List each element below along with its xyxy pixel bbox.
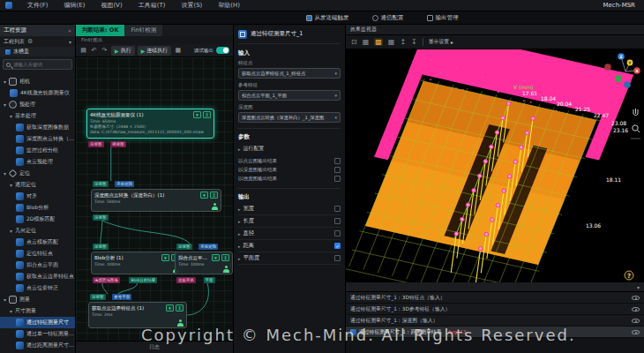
checkbox[interactable]	[334, 206, 341, 212]
output-row-0[interactable]: ▸宽度	[238, 203, 341, 215]
tree-item-22[interactable]: 通过单一特征测量…	[0, 328, 75, 340]
tree-item-14[interactable]: 点云模板匹配	[0, 237, 75, 248]
arrow-up-icon[interactable]: ↥	[400, 38, 406, 46]
zoom-icon[interactable]	[633, 125, 640, 132]
eye-icon[interactable]	[632, 296, 640, 300]
gear-icon[interactable]: ⚙	[27, 38, 33, 45]
collapse-panel-icon[interactable]: «	[68, 27, 71, 34]
graph-node-2[interactable]: Blob分析 (1)▾↥Time: 100ms	[91, 252, 183, 274]
node-3-output-port-1[interactable]: 平面	[204, 277, 215, 283]
search-input[interactable]: 请输入关键词	[3, 59, 72, 70]
eye-icon[interactable]	[632, 307, 640, 312]
node-collapse-button[interactable]: ▾	[212, 254, 220, 261]
project-list-row[interactable]: 工程列表 ⚙ ▾	[0, 36, 75, 47]
node-4-input-port-1[interactable]: 参考平面	[112, 294, 131, 300]
graph-node-3[interactable]: 拟合点云平面 (1)▾↥Time: 100ms	[175, 252, 233, 274]
chevron-down-icon[interactable]: ▾	[69, 39, 71, 45]
axis-ball-dark-red[interactable]	[604, 64, 611, 71]
output-row-3[interactable]: ▸距离✓	[238, 240, 341, 252]
pan-hand-icon[interactable]	[633, 109, 638, 116]
run-continuous-button[interactable]: ▶连续执行	[138, 46, 172, 56]
tree-group-13[interactable]: ▾几何定位	[0, 225, 75, 237]
node-2-output-port-0[interactable]: 掩膜区域图像	[93, 277, 120, 283]
param-select-2[interactable]: 深度图点云转换（深度补白）_1_深度图▾	[238, 112, 341, 123]
checkbox[interactable]	[334, 158, 341, 164]
checkbox[interactable]	[334, 255, 341, 261]
eye-icon[interactable]	[632, 319, 640, 323]
tree-item-23[interactable]: 通过距离测量尺寸…	[0, 340, 75, 351]
result-row-0[interactable]: 通过特征测量尺寸_1：3D特征点（输入）	[346, 292, 644, 304]
checkbox[interactable]	[334, 167, 341, 173]
result-row-3[interactable]: 通过特征测量尺寸_1：距离测量结果Avg: 13	[346, 327, 644, 338]
viewer-3d-canvas[interactable]: V (mm)17.6118.0420.0421.2522.4723.0823.1…	[346, 49, 644, 282]
node-2-input-port-0[interactable]: 深度图	[93, 244, 109, 250]
tree-item-7[interactable]: 点云预处理	[0, 156, 75, 168]
grid-view-icon[interactable]: ▦	[363, 38, 370, 46]
checkbox[interactable]	[334, 230, 341, 237]
checkbox[interactable]: ✓	[334, 243, 341, 249]
checkbox[interactable]	[334, 218, 341, 224]
tree-group-8[interactable]: ▾定位	[0, 168, 75, 179]
tree-item-21[interactable]: 通过特征测量尺寸	[0, 317, 75, 328]
topbar-button-2[interactable]: 输出管理	[427, 14, 459, 22]
param-select-1[interactable]: 拟合点云平面_1_平面▾	[238, 90, 341, 101]
node-collapse-button[interactable]: ▾	[193, 111, 201, 118]
tree-item-1[interactable]: 4K线激光轮廓测量仪	[0, 87, 75, 99]
tree-item-11[interactable]: Blob分析	[0, 202, 75, 214]
topbar-button-1[interactable]: 通信配置	[372, 14, 404, 22]
tab-result-ok[interactable]: 判断结果: OK	[76, 25, 124, 36]
node-pin-button[interactable]: ↥	[176, 304, 183, 312]
tree-item-16[interactable]: 拟合点云平面	[0, 259, 75, 271]
arrow-down-icon[interactable]: ↧	[411, 38, 417, 46]
run-button[interactable]: ▶执行	[111, 46, 135, 56]
tree-item-15[interactable]: 定位特征点	[0, 248, 75, 259]
result-row-2[interactable]: 通过特征测量尺寸_1：深度图（输入）	[346, 315, 644, 327]
tree-item-18[interactable]: 点云位姿转正	[0, 282, 75, 294]
axis-ball-green[interactable]	[615, 75, 622, 82]
redo-icon[interactable]: ↷	[101, 47, 109, 54]
run-config-row[interactable]: ▸ 运行配置	[238, 145, 341, 153]
menu-item-4[interactable]: 设置(S)	[173, 1, 210, 10]
output-row-1[interactable]: ▸长度	[238, 215, 341, 228]
graph-canvas[interactable]: 4K线激光轮廓测量仪 (1)▾↥Time: 650ms轮廓图像尺寸: (2448…	[76, 57, 233, 341]
node-0-output-port-1[interactable]: 强度图	[110, 141, 126, 147]
display-option-2[interactable]: 以强度图输出结果	[238, 174, 341, 183]
node-1-output-port-0[interactable]: 深度图	[93, 214, 109, 221]
dot-grid-view-icon[interactable]: ▦	[388, 38, 395, 46]
tree-item-4[interactable]: 获取深度图像数据	[0, 122, 75, 133]
layers-icon[interactable]: ▦	[174, 47, 182, 54]
node-1-input-port-1[interactable]: 变换矩阵	[115, 181, 134, 187]
node-2-output-port-1[interactable]: Blob分析结果	[129, 277, 157, 283]
expand-view-icon[interactable]: ⊡	[351, 38, 357, 46]
tree-group-2[interactable]: ▾预处理	[0, 99, 75, 110]
display-settings-button[interactable]: 显示设置 ▸	[429, 38, 453, 46]
tree-item-17[interactable]: 获取点云边界特征点	[0, 271, 75, 282]
chevron-down-icon[interactable]: ▾	[637, 284, 640, 290]
node-pin-button[interactable]: ↥	[221, 254, 229, 261]
node-1-input-port-0[interactable]: 深度图	[93, 181, 109, 187]
graph-node-0[interactable]: 4K线激光轮廓测量仪 (1)▾↥Time: 650ms轮廓图像尺寸: (2448…	[86, 109, 214, 139]
param-select-0[interactable]: 获取点云边界特征点_1_特征点▾	[238, 68, 341, 79]
tab-fin-detect[interactable]: Fin针检测	[124, 25, 162, 36]
tree-group-19[interactable]: ▾测量	[0, 294, 75, 305]
display-option-0[interactable]: 以点云图输出结果	[238, 156, 341, 165]
node-3-output-port-0[interactable]: 坐标变换	[176, 277, 196, 283]
menu-item-1[interactable]: 编辑(E)	[56, 1, 94, 10]
result-row-1[interactable]: 通过特征测量尺寸_1：3D参考特征（输入）	[346, 304, 644, 315]
tree-item-6[interactable]: 监控过程分组	[0, 145, 75, 156]
results-header[interactable]: ▾	[346, 282, 644, 292]
tree-item-12[interactable]: 2D模板匹配	[0, 214, 75, 225]
debug-toggle[interactable]	[216, 47, 229, 54]
project-name-row[interactable]: 水槽盖	[0, 47, 75, 56]
eye-icon[interactable]	[632, 330, 640, 334]
node-pin-button[interactable]: ↥	[203, 111, 211, 118]
topbar-button-0[interactable]: 从发送端触发	[306, 14, 349, 22]
node-collapse-button[interactable]: ▾	[166, 304, 174, 312]
save-icon[interactable]: ▤	[79, 47, 87, 54]
node-0-output-port-0[interactable]: 深度图	[88, 141, 104, 147]
tree-item-10[interactable]: 对齐	[0, 191, 75, 202]
tree-group-3[interactable]: ▾基本处理	[0, 110, 75, 122]
node-pin-button[interactable]: ↥	[210, 192, 218, 199]
menu-item-3[interactable]: 工具箱(T)	[131, 1, 174, 10]
tree-group-9[interactable]: ▾通用定位	[0, 179, 75, 191]
